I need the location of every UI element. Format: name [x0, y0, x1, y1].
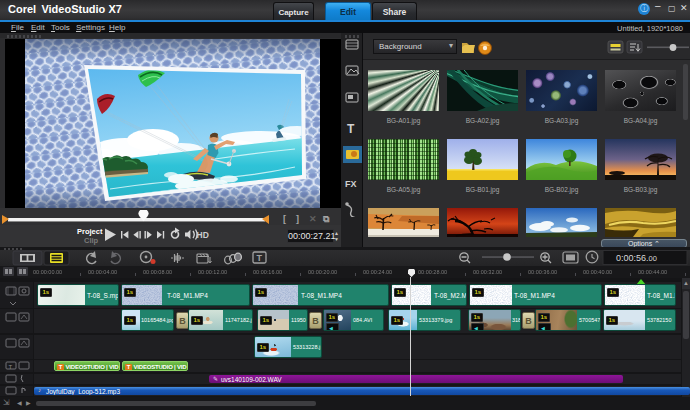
svg-text:T: T [347, 122, 355, 136]
svg-text:0:00:56.00: 0:00:56.00 [616, 253, 657, 263]
svg-text:T: T [257, 253, 263, 263]
svg-text:T: T [9, 364, 13, 370]
svg-text:HD: HD [197, 230, 209, 240]
svg-text:FX: FX [345, 179, 357, 189]
